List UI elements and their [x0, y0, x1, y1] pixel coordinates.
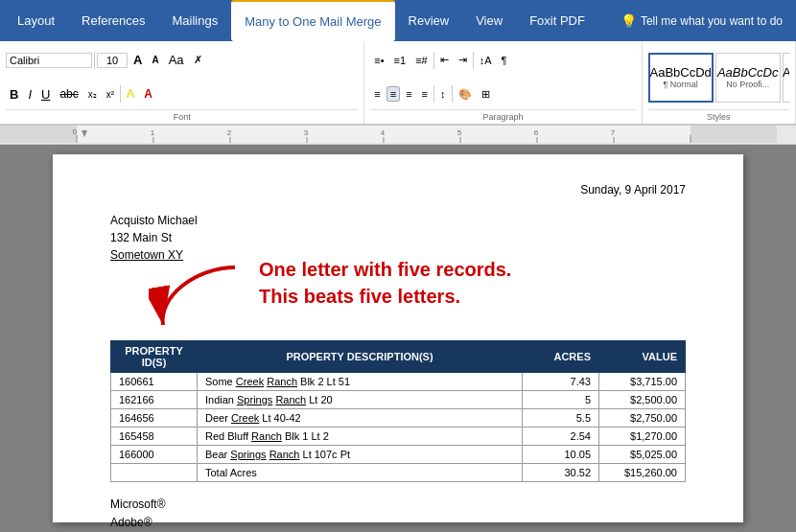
ribbon-styles-section: AaBbCcDd ¶ Normal AaBbCcDc No Proofi... … — [643, 41, 796, 124]
menu-references[interactable]: References — [68, 0, 158, 41]
table-row: Total Acres30.52$15,260.00 — [111, 464, 686, 482]
callout-line1: One letter with five records. — [259, 256, 511, 283]
style-no-proofing[interactable]: AaBbCcDc No Proofi... — [715, 53, 781, 103]
style-normal-label: ¶ Normal — [663, 80, 697, 89]
svg-text:4: 4 — [381, 128, 386, 137]
styles-controls: AaBbCcDd ¶ Normal AaBbCcDc No Proofi... … — [648, 45, 789, 109]
cell-id: 162166 — [111, 391, 198, 409]
style-normal[interactable]: AaBbCcDd ¶ Normal — [648, 53, 714, 103]
align-center-button[interactable]: ≡ — [386, 86, 400, 102]
address-street: 132 Main St — [110, 229, 686, 246]
align-right-button[interactable]: ≡ — [402, 86, 415, 102]
cell-value: $1,270.00 — [599, 428, 686, 446]
menu-mailings[interactable]: Mailings — [159, 0, 232, 41]
callout-text: One letter with five records. This beats… — [259, 256, 511, 310]
cell-acres: 5 — [523, 391, 599, 409]
cell-id: 166000 — [111, 446, 198, 464]
cell-desc: Bear Springs Ranch Lt 107c Pt — [198, 446, 523, 464]
cell-acres: 10.05 — [523, 446, 599, 464]
sort-button[interactable]: ↕A — [476, 53, 496, 68]
cell-id: 165458 — [111, 428, 198, 446]
border-button[interactable]: ⊞ — [478, 86, 494, 103]
table-row: 166000Bear Springs Ranch Lt 107c Pt10.05… — [111, 446, 686, 464]
numbering-button[interactable]: ≡1 — [390, 53, 410, 68]
cell-desc: Total Acres — [198, 464, 523, 482]
cell-desc: Red Bluff Ranch Blk 1 Lt 2 — [198, 428, 523, 446]
table-header-id: PROPERTY ID(S) — [111, 341, 198, 373]
cell-id: 164656 — [111, 409, 198, 428]
footer-text: Microsoft® Adobe® — [110, 496, 686, 532]
cell-id — [111, 464, 198, 482]
table-row: 165458Red Bluff Ranch Blk 1 Lt 22.54$1,2… — [111, 428, 686, 446]
text-highlight-button[interactable]: A — [123, 85, 138, 103]
strikethrough-button[interactable]: abc — [56, 85, 82, 103]
change-case-button[interactable]: Aa — [165, 51, 188, 69]
font-section-label: Font — [6, 109, 358, 122]
svg-text:2: 2 — [227, 128, 232, 137]
cell-acres: 7.43 — [523, 373, 599, 391]
arrow-graphic — [149, 258, 264, 337]
line-spacing-button[interactable]: ↕ — [436, 86, 450, 102]
table-header-acres: ACRES — [523, 341, 599, 373]
style-no-proofing-label: No Proofi... — [726, 80, 769, 89]
cell-acres: 5.5 — [523, 409, 599, 428]
grow-font-button[interactable]: A — [129, 51, 146, 69]
style-normal-indent[interactable]: AaBbCcDdi ¶ Normal... — [783, 53, 789, 103]
paragraph-controls: ≡• ≡1 ≡# ⇤ ⇥ ↕A ¶ ≡ ≡ ≡ ≡ ↕ — [370, 45, 635, 109]
property-table: PROPERTY ID(S) PROPERTY DESCRIPTION(S) A… — [110, 340, 686, 482]
font-name-input[interactable] — [6, 53, 92, 68]
style-normal-preview: AaBbCcDd — [650, 65, 712, 81]
menu-many-to-one[interactable]: Many to One Mail Merge — [231, 0, 394, 41]
table-row: 164656Deer Creek Lt 40-425.5$2,750.00 — [111, 409, 686, 428]
document-date: Sunday, 9 April 2017 — [110, 183, 686, 197]
cell-value: $5,025.00 — [599, 446, 686, 464]
cell-acres: 30.52 — [523, 464, 599, 482]
bullets-button[interactable]: ≡• — [370, 53, 387, 68]
multilevel-list-button[interactable]: ≡# — [411, 53, 432, 68]
tell-me-text: Tell me what you want to do — [641, 14, 783, 28]
shading-button[interactable]: 🎨 — [455, 86, 476, 103]
font-size-input[interactable] — [97, 53, 128, 68]
menu-bar: Layout References Mailings Many to One M… — [0, 0, 796, 41]
table-row: 162166Indian Springs Ranch Lt 205$2,500.… — [111, 391, 686, 409]
superscript-button[interactable]: x² — [103, 87, 118, 102]
increase-indent-button[interactable]: ⇥ — [455, 52, 471, 68]
svg-text:3: 3 — [304, 128, 309, 137]
menu-layout[interactable]: Layout — [4, 0, 68, 41]
paragraph-section-label: Paragraph — [370, 109, 635, 122]
cell-value: $15,260.00 — [599, 464, 686, 482]
styles-gallery: AaBbCcDd ¶ Normal AaBbCcDc No Proofi... … — [648, 53, 789, 103]
underline-button[interactable]: U — [37, 85, 54, 104]
font-color-button[interactable]: A — [140, 85, 156, 103]
address-name: Acquisto Michael — [110, 212, 686, 229]
decrease-indent-button[interactable]: ⇤ — [436, 52, 453, 68]
cell-desc: Indian Springs Ranch Lt 20 — [198, 391, 523, 409]
menu-review[interactable]: Review — [395, 0, 463, 41]
svg-text:5: 5 — [457, 128, 462, 137]
align-left-button[interactable]: ≡ — [370, 86, 384, 102]
style-normal-indent-preview: AaBbCcDdi — [783, 65, 789, 81]
bold-button[interactable]: B — [6, 85, 22, 104]
italic-button[interactable]: I — [24, 85, 35, 104]
tell-me-bar[interactable]: 💡 Tell me what you want to do — [611, 13, 792, 29]
cell-desc: Deer Creek Lt 40-42 — [198, 409, 523, 428]
table-header-desc: PROPERTY DESCRIPTION(S) — [198, 341, 523, 373]
cell-value: $2,500.00 — [599, 391, 686, 409]
menu-view[interactable]: View — [462, 0, 516, 41]
show-paragraph-button[interactable]: ¶ — [498, 53, 511, 68]
footer-line1: Microsoft® — [110, 496, 686, 514]
cell-id: 160661 — [111, 373, 198, 391]
justify-button[interactable]: ≡ — [418, 86, 432, 102]
document-area: Sunday, 9 April 2017 Acquisto Michael 13… — [0, 145, 796, 532]
lightbulb-icon: 💡 — [620, 13, 637, 29]
cell-acres: 2.54 — [523, 428, 599, 446]
styles-section-label: Styles — [648, 109, 789, 122]
shrink-font-button[interactable]: A — [148, 53, 162, 67]
document-page: Sunday, 9 April 2017 Acquisto Michael 13… — [53, 154, 743, 522]
cell-desc: Some Creek Ranch Blk 2 Lt 51 — [198, 373, 523, 391]
table-row: 160661Some Creek Ranch Blk 2 Lt 517.43$3… — [111, 373, 686, 391]
subscript-button[interactable]: x₂ — [84, 87, 101, 102]
footer-line2: Adobe® — [110, 514, 686, 532]
menu-foxit[interactable]: Foxit PDF — [516, 0, 598, 41]
clear-format-button[interactable]: ✗ — [190, 52, 206, 68]
